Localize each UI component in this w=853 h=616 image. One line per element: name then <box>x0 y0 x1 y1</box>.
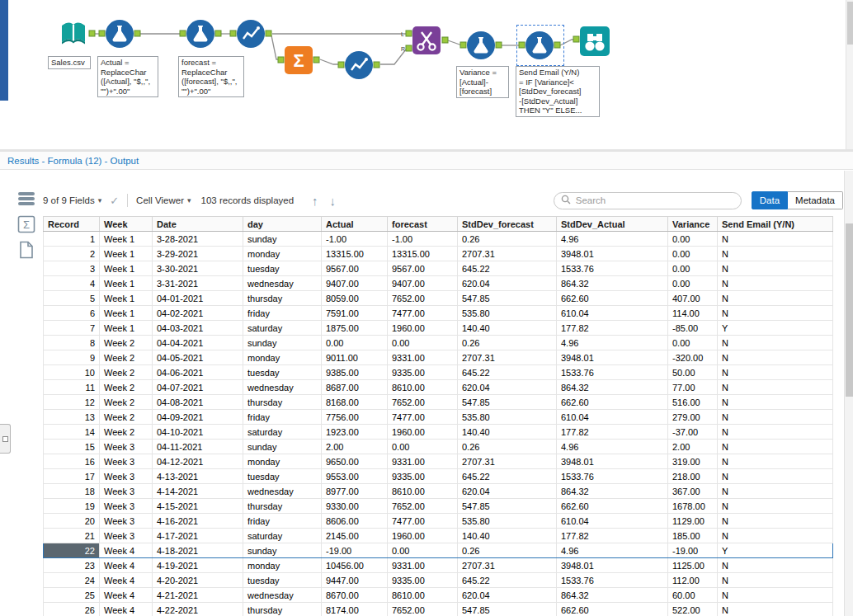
data-cell[interactable]: 2707.31 <box>458 454 557 469</box>
data-cell[interactable]: friday <box>243 514 322 529</box>
data-cell[interactable]: 140.40 <box>458 321 557 336</box>
data-cell[interactable]: 535.80 <box>458 306 557 321</box>
data-cell[interactable]: Week 2 <box>100 395 153 410</box>
data-cell[interactable]: 0.00 <box>668 232 718 247</box>
data-cell[interactable]: N <box>718 588 833 603</box>
data-cell[interactable]: Week 3 <box>100 440 153 454</box>
table-row[interactable]: 3Week 13-30-2021tuesday9567.009567.00645… <box>44 261 833 276</box>
data-cell[interactable]: 7756.00 <box>322 410 388 425</box>
data-cell[interactable]: 7477.00 <box>388 306 458 321</box>
data-cell[interactable]: Week 3 <box>100 469 153 484</box>
data-cell[interactable]: 9011.00 <box>322 350 388 365</box>
table-row[interactable]: 1Week 13-28-2021sunday-1.00-1.000.264.96… <box>44 232 833 247</box>
table-row[interactable]: 24Week 44-20-2021tuesday9447.009335.0064… <box>44 573 833 588</box>
data-cell[interactable]: saturday <box>243 425 322 440</box>
table-row[interactable]: 7Week 104-03-2021saturday1875.001960.001… <box>44 321 833 336</box>
data-cell[interactable]: 4-16-2021 <box>153 514 243 529</box>
data-cell[interactable]: 04-06-2021 <box>153 365 243 380</box>
data-cell[interactable]: 8606.00 <box>322 514 388 529</box>
data-cell[interactable]: N <box>718 291 833 306</box>
data-cell[interactable]: 04-08-2021 <box>153 395 243 410</box>
data-cell[interactable]: sunday <box>243 440 322 454</box>
data-cell[interactable]: 177.82 <box>557 425 668 440</box>
data-cell[interactable]: 1960.00 <box>388 321 458 336</box>
join-tool[interactable] <box>412 26 441 55</box>
data-cell[interactable]: 8977.00 <box>322 484 388 499</box>
data-cell[interactable]: 4-14-2021 <box>153 484 243 499</box>
data-cell[interactable]: N <box>718 261 833 276</box>
data-cell[interactable]: N <box>718 410 833 425</box>
record-cell[interactable]: 1 <box>44 232 100 247</box>
data-cell[interactable]: 610.04 <box>557 410 668 425</box>
data-cell[interactable]: 177.82 <box>557 321 668 336</box>
data-cell[interactable]: 0.26 <box>458 336 557 350</box>
data-cell[interactable]: tuesday <box>243 573 322 588</box>
summarize-tool[interactable]: Σ <box>284 45 313 75</box>
data-cell[interactable]: 04-10-2021 <box>153 425 243 440</box>
data-cell[interactable]: 620.04 <box>458 380 557 395</box>
data-cell[interactable]: 1678.00 <box>668 499 718 514</box>
record-cell[interactable]: 21 <box>44 529 100 543</box>
record-cell[interactable]: 15 <box>44 440 100 454</box>
data-cell[interactable]: N <box>718 350 833 365</box>
data-cell[interactable]: N <box>718 573 833 588</box>
data-cell[interactable]: 620.04 <box>458 484 557 499</box>
data-cell[interactable]: Week 1 <box>100 291 153 306</box>
data-cell[interactable]: 04-02-2021 <box>153 306 243 321</box>
metadata-tab[interactable]: Metadata <box>788 191 843 209</box>
data-cell[interactable]: Week 2 <box>100 380 153 395</box>
formula-tool-forecast[interactable] <box>186 19 215 49</box>
data-cell[interactable]: 0.26 <box>458 440 557 454</box>
data-cell[interactable]: 9331.00 <box>388 558 458 573</box>
data-cell[interactable]: 04-09-2021 <box>153 410 243 425</box>
record-cell[interactable]: 3 <box>44 261 100 276</box>
browse-tool[interactable] <box>579 26 610 57</box>
data-cell[interactable]: Week 4 <box>100 573 153 588</box>
data-cell[interactable]: 9553.00 <box>322 469 388 484</box>
results-vertical-scrollbar[interactable] <box>844 171 853 616</box>
data-cell[interactable]: N <box>718 395 833 410</box>
table-row[interactable]: 10Week 204-06-2021tuesday9385.009335.006… <box>44 365 833 380</box>
data-cell[interactable]: 1960.00 <box>388 529 458 543</box>
data-cell[interactable]: 114.00 <box>668 306 718 321</box>
data-cell[interactable]: 9330.00 <box>322 499 388 514</box>
data-cell[interactable]: N <box>718 336 833 350</box>
data-cell[interactable]: 9650.00 <box>322 454 388 469</box>
data-cell[interactable]: 662.60 <box>557 395 668 410</box>
data-cell[interactable]: wednesday <box>243 588 322 603</box>
data-cell[interactable]: 04-03-2021 <box>153 321 243 336</box>
data-cell[interactable]: Week 1 <box>100 321 153 336</box>
column-header[interactable]: day <box>243 217 322 232</box>
data-cell[interactable]: 645.22 <box>458 261 557 276</box>
record-cell[interactable]: 11 <box>44 380 100 395</box>
data-cell[interactable]: monday <box>243 247 322 261</box>
record-cell[interactable]: 13 <box>44 410 100 425</box>
data-cell[interactable]: 13315.00 <box>322 247 388 261</box>
data-cell[interactable]: Week 2 <box>100 365 153 380</box>
data-cell[interactable]: N <box>718 306 833 321</box>
data-cell[interactable]: Week 1 <box>100 306 153 321</box>
record-cell[interactable]: 17 <box>44 469 100 484</box>
data-cell[interactable]: Week 1 <box>100 276 153 291</box>
column-header[interactable]: Record <box>44 217 100 232</box>
data-cell[interactable]: 8610.00 <box>388 380 458 395</box>
data-cell[interactable]: 4-20-2021 <box>153 573 243 588</box>
data-cell[interactable]: 547.85 <box>458 291 557 306</box>
record-cell[interactable]: 24 <box>44 573 100 588</box>
cell-viewer-dropdown[interactable]: Cell Viewer ▾ <box>136 195 191 205</box>
data-cell[interactable]: 547.85 <box>458 603 557 616</box>
data-cell[interactable]: monday <box>243 350 322 365</box>
table-row[interactable]: 26Week 44-22-2021thursday8174.007652.005… <box>44 603 833 616</box>
data-cell[interactable]: N <box>718 380 833 395</box>
data-cell[interactable]: 2.00 <box>322 440 388 454</box>
data-cell[interactable]: 8610.00 <box>388 588 458 603</box>
record-cell[interactable]: 25 <box>44 588 100 603</box>
formula-tool-actual[interactable] <box>105 19 134 49</box>
data-cell[interactable]: 645.22 <box>458 469 557 484</box>
data-cell[interactable]: Week 3 <box>100 454 153 469</box>
data-cell[interactable]: sunday <box>243 336 322 350</box>
data-cell[interactable]: thursday <box>243 395 322 410</box>
data-cell[interactable]: 0.26 <box>458 543 557 558</box>
data-cell[interactable]: N <box>718 425 833 440</box>
data-cell[interactable]: N <box>718 232 833 247</box>
